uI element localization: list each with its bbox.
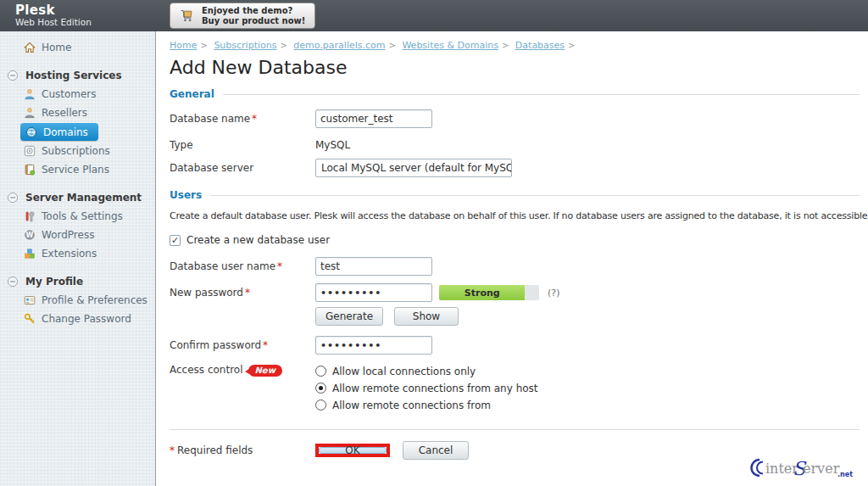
radio-row-remote-any-host: Allow remote connections from any host xyxy=(315,381,538,395)
database-server-select[interactable]: Local MySQL server (default for MySQL) ▾ xyxy=(315,159,512,177)
required-asterisk: * xyxy=(245,287,250,299)
reseller-icon xyxy=(24,107,36,119)
access-control-options: Allow local connections only Allow remot… xyxy=(315,362,538,412)
database-user-name-label: Database user name* xyxy=(170,257,315,272)
breadcrumb-link-home[interactable]: Home xyxy=(170,40,197,51)
new-password-row: New password* Strong (?) xyxy=(170,283,860,302)
top-header: Plesk Web Host Edition Enjoyed the demo?… xyxy=(0,0,868,31)
brand-title: Plesk xyxy=(15,3,92,18)
sidebar-item-label: Domains xyxy=(43,126,88,138)
sidebar-group-server-management[interactable]: Server Management xyxy=(0,188,155,207)
database-name-row: Database name* xyxy=(170,109,860,128)
confirm-password-input[interactable] xyxy=(315,336,432,355)
sidebar-group-label: My Profile xyxy=(25,276,83,288)
radio-label: Allow remote connections from any host xyxy=(332,383,538,394)
svg-text:erver: erver xyxy=(803,461,840,477)
radio-local-only[interactable] xyxy=(315,366,326,377)
radio-label: Allow local connections only xyxy=(332,366,476,377)
section-users-title: Users xyxy=(170,189,202,201)
access-control-label: Access controlNew xyxy=(170,362,315,377)
sidebar-item-label: Extensions xyxy=(42,248,97,260)
database-user-name-row: Database user name* xyxy=(170,257,860,276)
home-icon xyxy=(24,42,36,53)
radio-remote-from[interactable] xyxy=(315,399,326,411)
service-plans-icon xyxy=(24,164,36,176)
brand-subtitle: Web Host Edition xyxy=(15,18,92,28)
sidebar-item-domains[interactable]: Domains xyxy=(20,123,98,141)
sidebar-item-label: Tools & Settings xyxy=(42,210,123,222)
radio-label: Allow remote connections from xyxy=(332,399,491,411)
breadcrumb-link-databases[interactable]: Databases xyxy=(515,40,565,51)
ok-button[interactable]: OK xyxy=(319,447,387,454)
radio-row-remote-from: Allow remote connections from xyxy=(315,398,538,412)
demo-line2: Buy our product now! xyxy=(202,16,305,26)
sidebar-item-label: Resellers xyxy=(42,107,87,119)
key-icon xyxy=(24,313,36,325)
database-user-name-input[interactable] xyxy=(315,257,432,276)
profile-icon xyxy=(24,294,36,306)
cancel-button[interactable]: Cancel xyxy=(403,441,469,460)
tools-icon xyxy=(24,210,36,222)
section-general: General xyxy=(170,88,860,100)
main-content: Home> Subscriptions> demo.parallels.com>… xyxy=(156,31,868,486)
breadcrumb: Home> Subscriptions> demo.parallels.com>… xyxy=(170,40,860,51)
collapse-icon xyxy=(7,276,19,288)
database-server-label: Database server xyxy=(170,159,315,174)
sidebar-item-home[interactable]: Home xyxy=(0,38,155,57)
breadcrumb-link-subscriptions[interactable]: Subscriptions xyxy=(214,40,276,51)
sidebar-item-change-password[interactable]: Change Password xyxy=(0,310,155,328)
database-name-label: Database name* xyxy=(170,109,315,125)
create-user-checkbox[interactable]: ✓ xyxy=(170,235,181,246)
sidebar-item-label: Profile & Preferences xyxy=(42,294,147,306)
required-asterisk: * xyxy=(277,260,282,272)
required-asterisk: * xyxy=(263,339,268,351)
sidebar-group-label: Server Management xyxy=(25,192,142,204)
password-help-icon[interactable]: (?) xyxy=(548,288,559,299)
sidebar-item-service-plans[interactable]: Service Plans xyxy=(0,160,155,179)
demo-line1: Enjoyed the demo? xyxy=(202,6,305,16)
generate-button[interactable]: Generate xyxy=(315,307,383,326)
interserver-logo: inter S erver .net xyxy=(746,456,858,483)
page-title: Add New Database xyxy=(170,57,860,78)
sidebar-item-customers[interactable]: Customers xyxy=(0,85,155,103)
sidebar-group-hosting-services[interactable]: Hosting Services xyxy=(0,66,155,85)
collapse-icon xyxy=(7,192,19,204)
database-name-input[interactable] xyxy=(315,109,432,128)
radio-remote-any-host[interactable] xyxy=(315,383,326,394)
breadcrumb-separator: > xyxy=(502,41,509,50)
breadcrumb-link-websites-domains[interactable]: Websites & Domains xyxy=(402,40,498,51)
sidebar-item-extensions[interactable]: Extensions xyxy=(0,244,155,263)
type-row: Type MySQL xyxy=(170,136,860,151)
breadcrumb-separator: > xyxy=(568,41,575,50)
sidebar-item-label: Subscriptions xyxy=(42,145,110,157)
sidebar-item-profile-preferences[interactable]: Profile & Preferences xyxy=(0,291,155,310)
collapse-icon xyxy=(7,70,19,81)
spacer xyxy=(170,307,315,310)
database-server-selected-value: Local MySQL server (default for MySQL) xyxy=(316,159,512,176)
type-value: MySQL xyxy=(315,136,350,151)
sidebar-item-label: Service Plans xyxy=(42,164,109,176)
sidebar-group-label: Hosting Services xyxy=(25,70,122,81)
sidebar-item-subscriptions[interactable]: Subscriptions xyxy=(0,142,155,160)
globe-icon xyxy=(25,126,37,138)
new-password-input[interactable] xyxy=(315,283,432,302)
sidebar-item-label: Customers xyxy=(42,88,97,100)
section-users: Users xyxy=(170,189,860,201)
sidebar-item-tools-settings[interactable]: Tools & Settings xyxy=(0,207,155,226)
logo-arc-outer xyxy=(752,460,760,476)
password-buttons-row: Generate Show xyxy=(170,307,860,326)
sidebar-nav: Home Hosting Services Customers Reseller… xyxy=(0,31,156,486)
sidebar-item-resellers[interactable]: Resellers xyxy=(0,103,155,122)
breadcrumb-link-domain[interactable]: demo.parallels.com xyxy=(293,40,385,51)
show-button[interactable]: Show xyxy=(394,307,459,326)
type-label: Type xyxy=(170,136,315,151)
password-strength-label: Strong xyxy=(439,285,525,300)
brand: Plesk Web Host Edition xyxy=(15,3,92,27)
buy-product-button[interactable]: Enjoyed the demo? Buy our product now! xyxy=(170,3,315,29)
create-user-label: Create a new database user xyxy=(186,234,330,246)
new-badge: New xyxy=(248,365,282,377)
sidebar-item-wordpress[interactable]: W WordPress xyxy=(0,226,155,244)
sidebar-group-my-profile[interactable]: My Profile xyxy=(0,272,155,291)
section-rule xyxy=(210,195,860,196)
database-server-row: Database server Local MySQL server (defa… xyxy=(170,159,860,177)
